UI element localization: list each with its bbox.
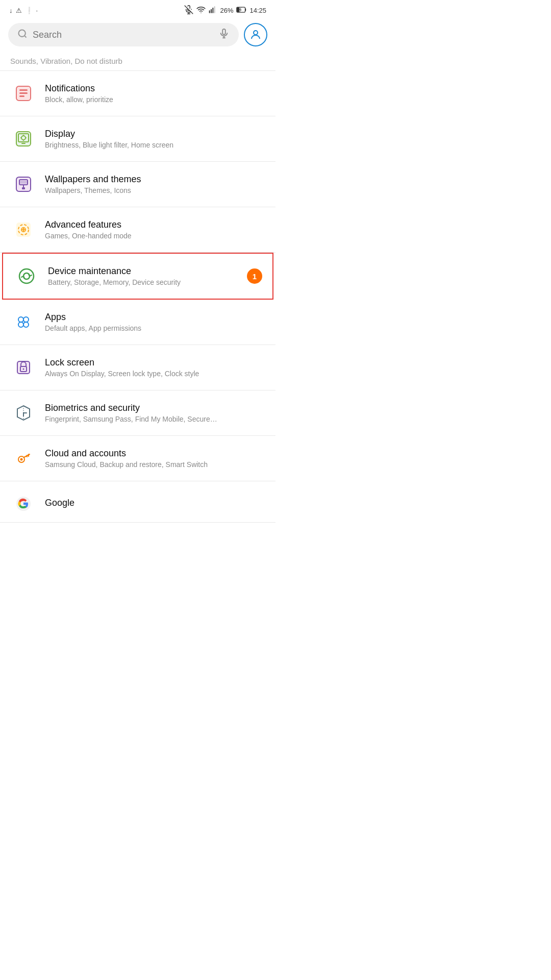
display-icon-wrapper bbox=[10, 126, 37, 152]
settings-list: Notifications Block, allow, prioritize D… bbox=[0, 71, 276, 481]
google-icon-wrapper bbox=[10, 491, 37, 517]
display-subtitle: Brightness, Blue light filter, Home scre… bbox=[45, 141, 265, 149]
svg-point-37 bbox=[19, 269, 34, 283]
status-bar: ↓ ⚠ ❕ · 26% bbox=[0, 0, 276, 19]
microphone-icon[interactable] bbox=[218, 28, 230, 41]
svg-line-10 bbox=[24, 36, 27, 38]
notifications-icon-wrapper bbox=[10, 80, 37, 107]
settings-item-display[interactable]: Display Brightness, Blue light filter, H… bbox=[0, 116, 276, 162]
advanced-title: Advanced features bbox=[45, 219, 265, 230]
cloud-text: Cloud and accounts Samsung Cloud, Backup… bbox=[45, 448, 265, 469]
device-subtitle: Battery, Storage, Memory, Device securit… bbox=[48, 278, 242, 286]
cloud-icon-wrapper bbox=[10, 445, 37, 472]
signal-icon bbox=[209, 6, 217, 15]
lockscreen-text: Lock screen Always On Display, Screen lo… bbox=[45, 357, 265, 378]
apps-text: Apps Default apps, App permissions bbox=[45, 312, 265, 332]
svg-point-44 bbox=[23, 369, 24, 370]
device-badge: 1 bbox=[247, 268, 262, 284]
dot-icon: · bbox=[36, 7, 38, 14]
svg-rect-31 bbox=[20, 181, 27, 184]
apps-subtitle: Default apps, App permissions bbox=[45, 324, 265, 332]
search-input[interactable] bbox=[33, 30, 213, 40]
settings-item-apps[interactable]: Apps Default apps, App permissions bbox=[0, 300, 276, 345]
status-right-icons: 26% 14:25 bbox=[184, 5, 266, 16]
notifications-title: Notifications bbox=[45, 83, 265, 94]
apps-icon-wrapper bbox=[10, 309, 37, 335]
svg-rect-16 bbox=[19, 89, 28, 91]
wallpapers-icon-wrapper bbox=[10, 171, 37, 198]
lockscreen-subtitle: Always On Display, Screen lock type, Clo… bbox=[45, 370, 265, 378]
svg-rect-8 bbox=[237, 8, 239, 12]
wallpapers-title: Wallpapers and themes bbox=[45, 174, 265, 185]
settings-item-advanced[interactable]: Advanced features Games, One-handed mode bbox=[0, 207, 276, 253]
svg-point-49 bbox=[20, 458, 23, 461]
settings-item-device[interactable]: Device maintenance Battery, Storage, Mem… bbox=[2, 253, 273, 300]
svg-rect-26 bbox=[21, 143, 26, 144]
cloud-title: Cloud and accounts bbox=[45, 448, 265, 459]
profile-icon[interactable] bbox=[244, 23, 267, 46]
settings-item-biometrics[interactable]: Biometrics and security Fingerprint, Sam… bbox=[0, 390, 276, 436]
search-bar[interactable] bbox=[8, 23, 239, 46]
search-icon bbox=[17, 29, 28, 41]
notifications-subtitle: Block, allow, prioritize bbox=[45, 95, 265, 104]
wifi-icon bbox=[196, 5, 206, 16]
display-title: Display bbox=[45, 129, 265, 139]
biometrics-title: Biometrics and security bbox=[45, 403, 265, 413]
settings-item-cloud[interactable]: Cloud and accounts Samsung Cloud, Backup… bbox=[0, 436, 276, 481]
advanced-icon-wrapper bbox=[10, 216, 37, 243]
mute-icon bbox=[184, 5, 193, 16]
partial-top-item[interactable]: Sounds, Vibration, Do not disturb bbox=[0, 52, 276, 71]
advanced-text: Advanced features Games, One-handed mode bbox=[45, 219, 265, 240]
svg-point-39 bbox=[23, 317, 29, 322]
device-text: Device maintenance Battery, Storage, Mem… bbox=[48, 266, 242, 286]
svg-rect-5 bbox=[213, 8, 214, 13]
svg-point-38 bbox=[18, 317, 23, 322]
svg-rect-3 bbox=[209, 10, 210, 13]
svg-rect-17 bbox=[19, 92, 28, 94]
biometrics-subtitle: Fingerprint, Samsung Pass, Find My Mobil… bbox=[45, 415, 265, 423]
settings-item-notifications[interactable]: Notifications Block, allow, prioritize bbox=[0, 71, 276, 116]
svg-rect-6 bbox=[214, 6, 215, 13]
search-bar-container bbox=[0, 19, 276, 52]
biometrics-icon-wrapper bbox=[10, 400, 37, 426]
google-text: Google bbox=[45, 498, 265, 510]
settings-item-wallpapers[interactable]: Wallpapers and themes Wallpapers, Themes… bbox=[0, 162, 276, 207]
display-text: Display Brightness, Blue light filter, H… bbox=[45, 129, 265, 149]
cloud-subtitle: Samsung Cloud, Backup and restore, Smart… bbox=[45, 460, 265, 469]
status-left-icons: ↓ ⚠ ❕ · bbox=[9, 7, 38, 14]
svg-point-40 bbox=[18, 322, 23, 327]
battery-icon bbox=[236, 6, 246, 15]
wallpapers-text: Wallpapers and themes Wallpapers, Themes… bbox=[45, 174, 265, 194]
svg-rect-11 bbox=[222, 29, 226, 35]
battery-text: 26% bbox=[220, 7, 233, 14]
download-icon: ↓ bbox=[9, 7, 13, 14]
device-title: Device maintenance bbox=[48, 266, 242, 277]
svg-rect-18 bbox=[19, 95, 24, 97]
svg-rect-4 bbox=[211, 9, 212, 13]
partial-top-label: Sounds, Vibration, Do not disturb bbox=[10, 57, 122, 65]
device-icon-wrapper bbox=[13, 263, 40, 289]
warning-icon: ⚠ bbox=[16, 7, 22, 14]
info-icon: ❕ bbox=[25, 7, 33, 14]
svg-point-14 bbox=[254, 31, 258, 35]
advanced-subtitle: Games, One-handed mode bbox=[45, 232, 265, 240]
lockscreen-icon-wrapper bbox=[10, 354, 37, 381]
apps-title: Apps bbox=[45, 312, 265, 323]
partial-bottom-item[interactable]: Google bbox=[0, 481, 276, 523]
svg-point-41 bbox=[23, 322, 29, 327]
settings-item-lockscreen[interactable]: Lock screen Always On Display, Screen lo… bbox=[0, 345, 276, 390]
svg-rect-30 bbox=[22, 187, 25, 189]
lockscreen-title: Lock screen bbox=[45, 357, 265, 368]
time: 14:25 bbox=[249, 7, 266, 14]
svg-point-9 bbox=[19, 30, 26, 37]
biometrics-text: Biometrics and security Fingerprint, Sam… bbox=[45, 403, 265, 423]
notifications-text: Notifications Block, allow, prioritize bbox=[45, 83, 265, 104]
google-title: Google bbox=[45, 498, 265, 508]
wallpapers-subtitle: Wallpapers, Themes, Icons bbox=[45, 186, 265, 194]
